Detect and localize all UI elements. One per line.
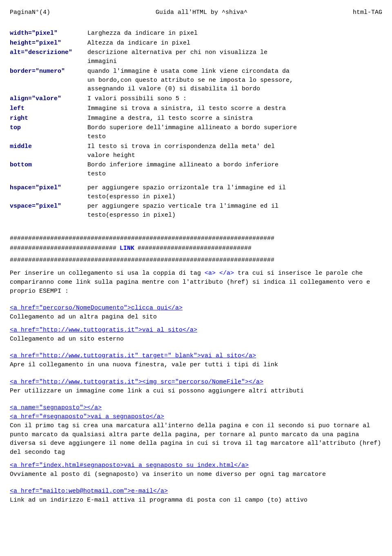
anchor-tags: <a name="segnaposto"></a> <a href="#segn… [10,404,382,457]
anchor-tag-3[interactable]: <a href="index.html#segnaposto>vai a seg… [10,462,249,469]
attr-description: per aggiungere spazio verticale tra l'im… [87,202,382,220]
attr-description: Larghezza da indicare in pixel [87,29,382,38]
attr-name: height="pixel" [10,38,87,48]
attr-row: alt="descrizione"descrizione alternativa… [10,48,382,67]
attr-name: left [10,104,87,114]
email-block: <a href="mailto:web@hotmail.com">e-mail<… [10,487,382,505]
attr-row: leftImmagine si trova a sinistra, il tes… [10,104,382,114]
attributes-table: width="pixel"Larghezza da indicare in pi… [10,29,382,224]
spacer-row [10,220,382,224]
page-header: PaginaN°(4) Guida all'HTML by ^shiva^ ht… [10,8,382,17]
attr-row: border="numero"quando l'immagine è usata… [10,67,382,94]
attr-description: Il testo si trova in corrispondenza dell… [87,142,382,161]
example-4: <a href="http://www.tuttogratis.it"><img… [10,378,382,396]
anchor-tag-3-block: <a href="index.html#segnaposto>vai a seg… [10,461,382,479]
header-left: PaginaN°(4) [10,8,50,17]
example-2-desc: Collegamento ad un sito esterno [10,336,124,343]
spacer-row [10,179,382,183]
example-4-desc: Per utilizzare un immagine come link a c… [10,388,304,395]
header-right: html-TAG [353,8,382,17]
attr-description: Altezza da indicare in pixel [87,38,382,48]
anchor-tag-2[interactable]: <a href="#segnaposto">vai a segnaposto</… [10,413,164,420]
attr-name: alt="descrizione" [10,48,87,67]
attr-name: top [10,123,87,142]
example-1: <a href="percorso/NomeDocumento">clicca … [10,304,382,322]
example-2: <a href="http://www.tuttogratis.it">vai … [10,326,382,344]
link-keyword: LINK [120,244,134,253]
example-3-code[interactable]: <a href="http://www.tuttogratis.it" targ… [10,352,256,359]
attr-row: height="pixel"Altezza da indicare in pix… [10,38,382,48]
attr-row: bottomBordo inferiore immagine allineato… [10,160,382,179]
header-center: Guida all'HTML by ^shiva^ [156,8,247,17]
attr-description: quando l'immagine è usata come link vien… [87,67,382,94]
attr-description: Bordo superiore dell'immagine allineato … [87,123,382,142]
attr-name: border="numero" [10,67,87,94]
example-3: <a href="http://www.tuttogratis.it" targ… [10,352,382,370]
attr-row: hspace="pixel"per aggiungere spazio orri… [10,183,382,202]
attr-row: vspace="pixel"per aggiungere spazio vert… [10,202,382,220]
attr-description: descrizione alternativa per chi non visu… [87,48,382,67]
attr-row: align="valore"I valori possibili sono 5 … [10,94,382,104]
anchor-desc-3: Ovviamente al posto di (segnaposto) va i… [10,471,326,478]
email-desc: Link ad un indirizzo E-mail attiva il pr… [10,497,307,504]
example-1-code[interactable]: <a href="percorso/NomeDocumento">clicca … [10,305,183,312]
attr-name: width="pixel" [10,29,87,38]
attr-row: middleIl testo si trova in corrispondenz… [10,142,382,161]
anchor-tag-1[interactable]: <a name="segnaposto"></a> [10,404,102,411]
attr-name: hspace="pixel" [10,183,87,202]
separator-link-line: ############################# LINK #####… [10,244,382,253]
attr-name: align="valore" [10,94,87,104]
example-3-desc: Apre il collegamento in una nuova finest… [10,361,278,368]
anchor-desc: Con il primo tag si crea una marcatura a… [10,422,381,456]
separator-top: ########################################… [10,234,382,243]
attr-description: per aggiungere spazio orrizontale tra l'… [87,183,382,202]
intro-paragraph: Per inserire un collegamento si usa la c… [10,269,382,296]
example-1-desc: Collegamento ad un altra pagina del sito [10,314,157,321]
attr-name: vspace="pixel" [10,202,87,220]
tag-a-example: <a> </a> [205,270,234,277]
sep-hashes-left: ############################# [10,244,116,253]
email-tag[interactable]: <a href="mailto:web@hotmail.com">e-mail<… [10,488,168,495]
attr-row: rightImmagine a destra, il testo scorre … [10,114,382,123]
main-content: width="pixel"Larghezza da indicare in pi… [10,29,382,505]
attr-name: right [10,114,87,123]
attr-name: middle [10,142,87,161]
example-2-code[interactable]: <a href="http://www.tuttogratis.it">vai … [10,327,197,334]
attr-description: Immagine si trova a sinistra, il testo s… [87,104,382,114]
sep-hashes-right: ############################### [138,244,252,253]
intro-text-1: Per inserire un collegamento si usa la c… [10,270,205,277]
attr-row: width="pixel"Larghezza da indicare in pi… [10,29,382,38]
attr-description: Bordo inferiore immagine allineato a bor… [87,160,382,179]
attr-name: bottom [10,160,87,179]
separator-bottom: ########################################… [10,256,382,265]
attr-description: I valori possibili sono 5 : [87,94,382,104]
attr-row: topBordo superiore dell'immagine allinea… [10,123,382,142]
attr-description: Immagine a destra, il testo scorre a sin… [87,114,382,123]
example-4-code[interactable]: <a href="http://www.tuttogratis.it"><img… [10,379,263,386]
